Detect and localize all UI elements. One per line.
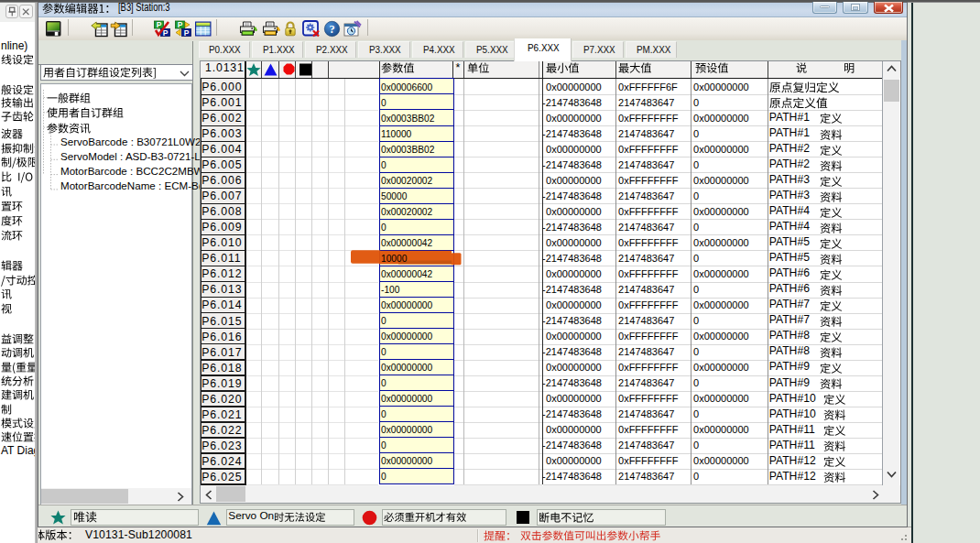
svg-text:P: P <box>177 20 182 29</box>
svg-text:P: P <box>183 27 189 37</box>
svg-text:?: ? <box>329 22 334 35</box>
svg-text:P: P <box>156 20 161 29</box>
